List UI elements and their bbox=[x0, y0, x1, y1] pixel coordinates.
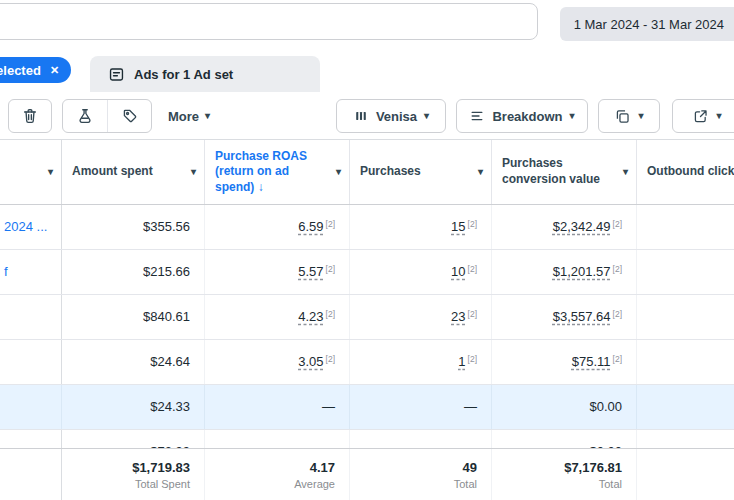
amount-spent-cell: $840.61 bbox=[62, 295, 205, 339]
outbound-clicks-cell bbox=[637, 385, 734, 429]
amount-spent-cell: $355.56 bbox=[62, 205, 205, 249]
roas-cell: — bbox=[205, 385, 350, 429]
purchases-cell: 15[2] bbox=[350, 205, 492, 249]
table-header: ▾ Amount spent ▾ Purchase ROAS (return o… bbox=[0, 140, 734, 205]
table-totals-row: $1,719.83 Total Spent 4.17 Average 49 To… bbox=[0, 448, 734, 500]
columns-icon bbox=[353, 108, 369, 124]
outbound-clicks-cell bbox=[637, 430, 734, 448]
purchases-cell: 23[2] bbox=[350, 295, 492, 339]
conversion-value-cell: $0.00 bbox=[492, 385, 637, 429]
table-row[interactable]: 2024 ... $355.56 6.59[2] 15[2] $2,342.49… bbox=[0, 205, 734, 250]
more-button[interactable]: More ▾ bbox=[160, 99, 218, 133]
date-range-button[interactable]: 1 Mar 2024 - 31 Mar 2024 bbox=[560, 7, 734, 41]
amount-spent-cell: $215.66 bbox=[62, 250, 205, 294]
tag-icon bbox=[121, 107, 139, 125]
roas-cell: 4.23[2] bbox=[205, 295, 350, 339]
ad-name-cell bbox=[0, 295, 62, 339]
totals-amount-spent: $1,719.83 Total Spent bbox=[62, 449, 205, 500]
amount-spent-cell: $24.64 bbox=[62, 340, 205, 384]
roas-cell: 3.05[2] bbox=[205, 340, 350, 384]
column-header-amount-spent[interactable]: Amount spent ▾ bbox=[62, 140, 205, 204]
delete-button[interactable] bbox=[8, 99, 52, 133]
date-range-label: 1 Mar 2024 - 31 Mar 2024 bbox=[574, 17, 724, 32]
purchases-cell: — bbox=[350, 385, 492, 429]
totals-conversion-value: $7,176.81 Total bbox=[492, 449, 637, 500]
chevron-down-icon: ▾ bbox=[716, 111, 721, 121]
roas-cell: 6.59[2] bbox=[205, 205, 350, 249]
export-icon bbox=[692, 108, 709, 125]
table-row[interactable]: $24.64 3.05[2] 1[2] $75.11[2] bbox=[0, 340, 734, 385]
conversion-value-cell: $0.00 bbox=[492, 430, 637, 448]
column-header-purchase-roas[interactable]: Purchase ROAS (return on ad spend) ↓ ▾ bbox=[205, 140, 350, 204]
reports-button[interactable]: ▾ bbox=[598, 99, 660, 133]
caret-down-icon[interactable]: ▾ bbox=[478, 167, 483, 177]
toolbar: More ▾ Venisa ▾ Breakdown ▾ ▾ bbox=[0, 92, 734, 140]
conversion-value-cell: $2,342.49[2] bbox=[492, 205, 637, 249]
topbar: 1 Mar 2024 - 31 Mar 2024 bbox=[0, 0, 734, 48]
chevron-down-icon: ▾ bbox=[424, 111, 429, 121]
roas-cell: 5.57[2] bbox=[205, 250, 350, 294]
ad-name-cell bbox=[0, 340, 62, 384]
table-row-highlighted[interactable]: $24.33 — — $0.00 bbox=[0, 385, 734, 430]
columns-preset-label: Venisa bbox=[376, 109, 417, 124]
more-label: More bbox=[168, 109, 199, 124]
chevron-down-icon: ▾ bbox=[205, 111, 210, 121]
ab-test-tag-group bbox=[62, 99, 152, 133]
caret-down-icon[interactable]: ▾ bbox=[191, 167, 196, 177]
totals-roas: 4.17 Average bbox=[205, 449, 350, 500]
ad-name-cell bbox=[0, 385, 62, 429]
selected-filter-chip[interactable]: 1 selected ✕ bbox=[0, 57, 71, 83]
tab-label: Ads for 1 Ad set bbox=[134, 67, 233, 82]
close-icon[interactable]: ✕ bbox=[50, 65, 59, 76]
ab-test-button[interactable] bbox=[63, 100, 107, 132]
roas-cell bbox=[205, 430, 350, 448]
chevron-down-icon: ▾ bbox=[570, 111, 575, 121]
sort-descending-icon: ↓ bbox=[258, 180, 264, 194]
purchases-cell: 10[2] bbox=[350, 250, 492, 294]
totals-purchases: 49 Total bbox=[350, 449, 492, 500]
breakdown-label: Breakdown bbox=[492, 109, 562, 124]
outbound-clicks-cell bbox=[637, 295, 734, 339]
breakdown-icon bbox=[469, 108, 485, 124]
caret-down-icon[interactable]: ▾ bbox=[48, 167, 53, 177]
purchases-cell bbox=[350, 430, 492, 448]
ad-name-cell: f bbox=[0, 250, 62, 294]
ads-manager-screen: 1 Mar 2024 - 31 Mar 2024 1 selected ✕ Ad… bbox=[0, 0, 734, 500]
search-filter-input[interactable] bbox=[0, 3, 538, 40]
duplicate-icon bbox=[614, 108, 631, 125]
totals-name-cell bbox=[0, 449, 62, 500]
caret-down-icon[interactable]: ▾ bbox=[336, 167, 341, 177]
flask-icon bbox=[76, 107, 94, 125]
column-header-name[interactable]: ▾ bbox=[0, 140, 62, 204]
ads-icon bbox=[108, 66, 125, 83]
purchases-cell: 1[2] bbox=[350, 340, 492, 384]
breakdown-button[interactable]: Breakdown ▾ bbox=[456, 99, 588, 133]
ad-name-cell: 2024 ... bbox=[0, 205, 62, 249]
outbound-clicks-cell bbox=[637, 205, 734, 249]
amount-spent-cell: $72.99 bbox=[62, 430, 205, 448]
caret-down-icon[interactable]: ▾ bbox=[623, 167, 628, 177]
column-header-conversion-value[interactable]: Purchases conversion value ▾ bbox=[492, 140, 637, 204]
conversion-value-cell: $3,557.64[2] bbox=[492, 295, 637, 339]
column-header-purchases[interactable]: Purchases ▾ bbox=[350, 140, 492, 204]
conversion-value-cell: $1,201.57[2] bbox=[492, 250, 637, 294]
export-button[interactable]: ▾ bbox=[672, 99, 734, 133]
outbound-clicks-cell bbox=[637, 340, 734, 384]
tags-button[interactable] bbox=[107, 100, 151, 132]
trash-icon bbox=[21, 107, 39, 125]
ad-name-link[interactable]: 2024 ... bbox=[4, 219, 47, 234]
tab-bar: 1 selected ✕ Ads for 1 Ad set bbox=[0, 48, 734, 92]
ad-name-cell bbox=[0, 430, 62, 448]
conversion-value-cell: $75.11[2] bbox=[492, 340, 637, 384]
outbound-clicks-cell bbox=[637, 250, 734, 294]
column-header-outbound-clicks[interactable]: Outbound clicks bbox=[637, 140, 734, 204]
ad-name-link[interactable]: f bbox=[4, 264, 8, 279]
tab-ads-for-ad-set[interactable]: Ads for 1 Ad set bbox=[90, 56, 320, 92]
table-row-clipped[interactable]: $72.99 $0.00 bbox=[0, 430, 734, 448]
table-row[interactable]: f $215.66 5.57[2] 10[2] $1,201.57[2] bbox=[0, 250, 734, 295]
table-row[interactable]: $840.61 4.23[2] 23[2] $3,557.64[2] bbox=[0, 295, 734, 340]
columns-button[interactable]: Venisa ▾ bbox=[336, 99, 446, 133]
selected-chip-label: 1 selected bbox=[0, 63, 41, 78]
totals-outbound-clicks bbox=[637, 449, 734, 500]
chevron-down-icon: ▾ bbox=[638, 111, 643, 121]
